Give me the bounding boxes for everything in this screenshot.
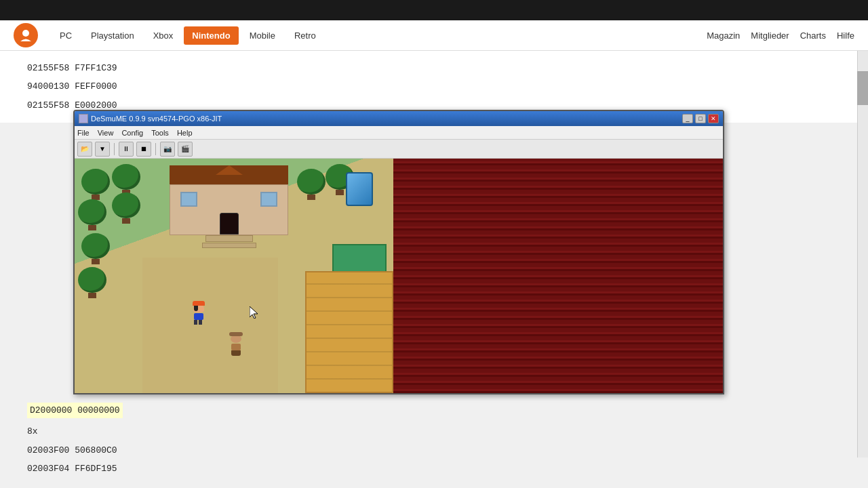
scrollbar-thumb[interactable] <box>857 71 868 105</box>
navbar: PC Playstation Xbox Nintendo Mobile Retr… <box>0 20 868 51</box>
nav-right: Magazin Mitglieder Charts Hilfe <box>707 30 854 41</box>
menu-file[interactable]: File <box>77 129 90 137</box>
svg-point-0 <box>22 30 29 37</box>
code-line-below-3: 02003F00 506800C0 <box>27 443 123 458</box>
toolbar-open[interactable]: 📂 <box>77 142 92 157</box>
nav-link-xbox[interactable]: Xbox <box>145 26 182 45</box>
nav-link-nintendo[interactable]: Nintendo <box>184 26 238 45</box>
game-scene <box>75 159 393 393</box>
top-black-bar <box>0 0 868 20</box>
scrollbar[interactable] <box>857 51 868 458</box>
character-npc1 <box>231 335 241 356</box>
close-button[interactable]: ✕ <box>708 114 719 123</box>
emulator-menubar: File View Config Tools Help <box>75 126 723 140</box>
tree-6 <box>78 267 106 298</box>
toolbar-separator-1 <box>114 143 115 155</box>
tree-5 <box>81 233 110 264</box>
emulator-title-text: DeSmuME 0.9.9 svn4574-PGO x86-JIT <box>91 115 222 123</box>
character-main <box>193 304 204 325</box>
toolbar-record[interactable]: 🎬 <box>178 142 193 157</box>
maximize-button[interactable]: □ <box>695 114 706 123</box>
nav-link-playstation[interactable]: Playstation <box>83 26 142 45</box>
emulator-titlebar: DeSmuME 0.9.9 svn4574-PGO x86-JIT _ □ ✕ <box>75 111 723 126</box>
nav-link-mobile[interactable]: Mobile <box>241 26 283 45</box>
code-line-below-1: D2000000 00000000 <box>27 403 123 418</box>
emulator-controls: _ □ ✕ <box>682 114 719 123</box>
menu-help[interactable]: Help <box>177 129 193 137</box>
emulator-window[interactable]: DeSmuME 0.9.9 svn4574-PGO x86-JIT _ □ ✕ … <box>73 110 724 394</box>
logo[interactable] <box>14 23 38 47</box>
menu-config[interactable]: Config <box>121 129 143 137</box>
code-line-2: 94000130 FEFF0000 <box>27 79 841 94</box>
tree-3 <box>78 199 106 230</box>
menu-view[interactable]: View <box>98 129 114 137</box>
code-line-below-4: 02003F04 FF6DF195 <box>27 461 123 476</box>
code-line-1: 02155F58 F7FF1C39 <box>27 60 841 76</box>
building <box>170 165 288 248</box>
blue-object <box>346 172 380 213</box>
nav-hilfe[interactable]: Hilfe <box>837 30 854 41</box>
game-screen-right <box>393 159 723 393</box>
nav-links: PC Playstation Xbox Nintendo Mobile Retr… <box>52 26 707 45</box>
nav-charts[interactable]: Charts <box>800 30 826 41</box>
toolbar-separator-2 <box>155 143 156 155</box>
tree-2 <box>112 164 140 195</box>
tree-1 <box>81 169 110 200</box>
emulator-icon <box>79 114 88 123</box>
glitch-lines <box>393 159 723 393</box>
toolbar-dropdown[interactable]: ▼ <box>95 142 110 157</box>
tree-7 <box>297 169 326 200</box>
nav-link-pc[interactable]: PC <box>52 26 80 45</box>
menu-tools[interactable]: Tools <box>151 129 169 137</box>
code-line-below-2: 8x <box>27 424 123 439</box>
game-screen-left <box>75 159 393 393</box>
orange-building <box>305 271 393 393</box>
nav-mitglieder[interactable]: Mitglieder <box>751 30 789 41</box>
code-lines-below: D2000000 00000000 8x 02003F00 506800C0 0… <box>27 400 123 480</box>
emulator-toolbar: 📂 ▼ ⏸ ⏹ 📷 🎬 <box>75 140 723 159</box>
toolbar-pause[interactable]: ⏸ <box>119 142 134 157</box>
nav-magazin[interactable]: Magazin <box>707 30 740 41</box>
toolbar-screenshot[interactable]: 📷 <box>160 142 175 157</box>
tree-4 <box>112 192 140 224</box>
toolbar-stop[interactable]: ⏹ <box>136 142 151 157</box>
minimize-button[interactable]: _ <box>682 114 693 123</box>
emulator-title: DeSmuME 0.9.9 svn4574-PGO x86-JIT <box>79 114 222 123</box>
nav-link-retro[interactable]: Retro <box>286 26 324 45</box>
emulator-screen <box>75 159 723 393</box>
